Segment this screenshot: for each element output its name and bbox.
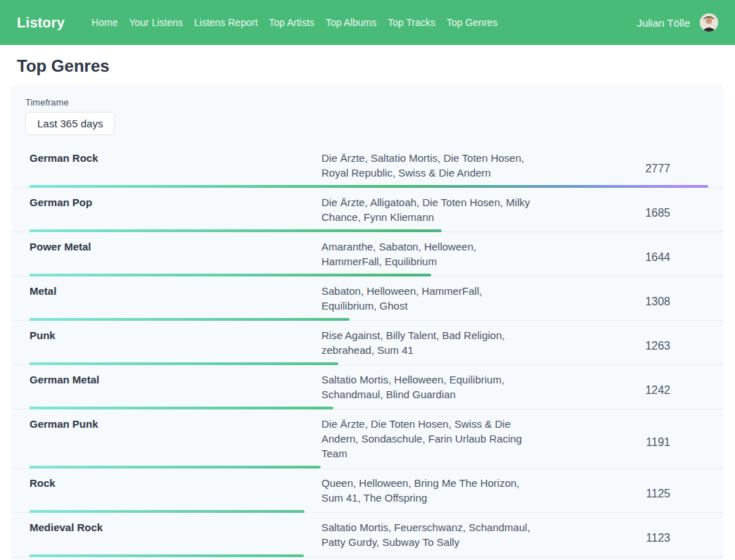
nav-links: HomeYour ListensListens ReportTop Artist…	[91, 17, 497, 28]
genre-listen-count: 1685	[532, 207, 708, 219]
nav-item-home[interactable]: Home	[91, 17, 117, 28]
genre-listen-count: 1263	[532, 340, 708, 352]
timeframe-label: Timeframe	[25, 97, 710, 108]
genre-name: Power Metal	[30, 239, 321, 276]
genre-listen-count: 2777	[532, 163, 708, 175]
nav-item-top-genres[interactable]: Top Genres	[447, 17, 497, 28]
genre-table: German Rock Die Ärzte, Saltatio Mortis, …	[11, 144, 724, 560]
genre-name: German Rock	[30, 151, 321, 187]
nav-item-top-artists[interactable]: Top Artists	[269, 17, 314, 28]
user-avatar-image	[700, 13, 718, 32]
genre-listen-count: 1123	[532, 532, 708, 545]
table-row: Melodic Metal Unleash The Archers, Hello…	[11, 557, 724, 560]
timeframe-select-button[interactable]: Last 365 days	[25, 112, 115, 135]
user-menu-name[interactable]: Julian Tölle	[637, 17, 690, 29]
genre-listen-count: 1125	[532, 488, 708, 500]
table-row: German Punk Die Ärzte, Die Toten Hosen, …	[11, 409, 724, 469]
nav-item-top-albums[interactable]: Top Albums	[326, 17, 376, 28]
genre-artists: Rise Against, Billy Talent, Bad Religion…	[321, 328, 532, 364]
page-title: Top Genres	[17, 56, 724, 76]
nav-item-top-tracks[interactable]: Top Tracks	[388, 17, 435, 28]
table-row: German Metal Saltatio Mortis, Helloween,…	[11, 365, 724, 409]
table-row: German Rock Die Ärzte, Saltatio Mortis, …	[11, 144, 724, 188]
genre-artists: Amaranthe, Sabaton, Helloween, HammerFal…	[321, 239, 532, 276]
genre-listen-count: 1308	[532, 295, 708, 308]
top-genres-card: Timeframe Last 365 days German Rock Die …	[11, 84, 724, 560]
table-row: Medieval Rock Saltatio Mortis, Feuerschw…	[11, 513, 724, 557]
genre-name: Punk	[30, 328, 321, 364]
nav-item-your-listens[interactable]: Your Listens	[129, 17, 183, 28]
genre-artists: Queen, Helloween, Bring Me The Horizon, …	[321, 476, 532, 512]
genre-artists: Die Ärzte, Saltatio Mortis, Die Toten Ho…	[321, 151, 532, 187]
genre-artists: Sabaton, Helloween, HammerFall, Equilibr…	[321, 284, 532, 320]
genre-name: Rock	[30, 476, 321, 512]
table-row: Punk Rise Against, Billy Talent, Bad Rel…	[11, 321, 724, 365]
brand-logo[interactable]: Listory	[17, 15, 65, 31]
user-avatar[interactable]	[700, 13, 718, 32]
genre-artists: Die Ärzte, Alligatoah, Die Toten Hosen, …	[321, 195, 532, 231]
nav-item-listens-report[interactable]: Listens Report	[194, 17, 257, 28]
genre-name: Medieval Rock	[30, 520, 321, 556]
genre-name: Metal	[30, 284, 321, 320]
genre-name: German Pop	[30, 195, 321, 231]
genre-artists: Saltatio Mortis, Helloween, Equilibrium,…	[321, 372, 532, 409]
table-row: Metal Sabaton, Helloween, HammerFall, Eq…	[11, 276, 724, 321]
genre-name: German Metal	[30, 372, 321, 409]
genre-listen-count: 1242	[532, 384, 708, 397]
table-row: Rock Queen, Helloween, Bring Me The Hori…	[11, 469, 724, 513]
top-navbar: Listory HomeYour ListensListens ReportTo…	[0, 0, 735, 45]
timeframe-block: Timeframe Last 365 days	[11, 97, 724, 135]
table-row: German Pop Die Ärzte, Alligatoah, Die To…	[11, 188, 724, 232]
genre-listen-count: 1644	[532, 251, 708, 264]
genre-artists: Saltatio Mortis, Feuerschwanz, Schandmau…	[321, 520, 532, 556]
table-row: Power Metal Amaranthe, Sabaton, Hellowee…	[11, 232, 724, 276]
genre-listen-count: 1191	[532, 436, 708, 449]
main-content: Top Genres Timeframe Last 365 days Germa…	[0, 45, 735, 560]
genre-name: German Punk	[30, 416, 321, 468]
genre-artists: Die Ärzte, Die Toten Hosen, Swiss & Die …	[321, 416, 532, 468]
